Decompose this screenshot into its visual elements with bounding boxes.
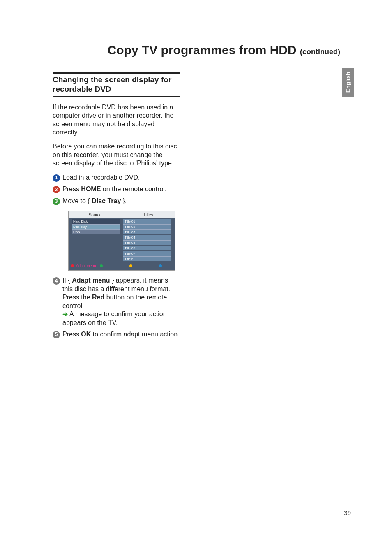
crop-mark — [359, 12, 359, 29]
figure-header-titles: Titles — [122, 211, 175, 218]
figure-title-row: Title 02 — [123, 224, 171, 229]
crop-mark — [16, 29, 33, 29]
yellow-dot-icon — [129, 264, 132, 267]
steps-list: 1 Load in a recordable DVD. 2 Press HOME… — [53, 174, 180, 339]
screen-figure: Source Titles Hard Disk Disc Tray USB — [68, 211, 175, 271]
page-title-continued: (continued) — [300, 48, 340, 56]
step-text: Press OK to confirm adapt menu action. — [62, 330, 180, 338]
step-text-part: Press — [62, 331, 81, 338]
figure-header: Source Titles — [69, 211, 175, 218]
step-text-part: to confirm adapt menu action. — [91, 331, 179, 338]
figure-footer: Adapt menu — [69, 262, 175, 270]
paragraph: If the recordable DVD has been used in a… — [53, 103, 180, 137]
step-text-part: If { — [62, 277, 72, 284]
figure-source-row — [72, 235, 120, 239]
step-3: 3 Move to { Disc Tray }. — [53, 197, 180, 205]
figure-body: Hard Disk Disc Tray USB Title 01 Title 0… — [69, 218, 175, 262]
step-number-icon: 2 — [53, 186, 60, 193]
crop-mark — [359, 525, 376, 525]
step-5: 5 Press OK to confirm adapt menu action. — [53, 330, 180, 338]
figure-title-row: Title 05 — [123, 240, 171, 245]
language-tab: English — [342, 68, 354, 97]
section-rule — [53, 72, 180, 74]
section-rule — [53, 96, 180, 97]
step-text-bold: Disc Tray — [92, 197, 121, 204]
green-dot-icon — [100, 264, 103, 267]
blue-dot-icon — [159, 264, 162, 267]
figure-title-row: Title 07 — [123, 251, 171, 256]
step-1: 1 Load in a recordable DVD. — [53, 174, 180, 182]
arrow-icon: ➜ — [62, 311, 68, 318]
step-number-icon: 5 — [53, 331, 60, 338]
figure-source-row — [72, 255, 120, 259]
red-dot-icon — [71, 264, 74, 267]
step-text-bold: HOME — [81, 185, 101, 192]
left-column: Changing the screen display for recordab… — [53, 72, 180, 339]
crop-mark — [33, 12, 33, 29]
page-content: Copy TV programmes from HDD (continued) … — [53, 43, 340, 339]
step-number-icon: 4 — [53, 277, 60, 285]
figure-title-row: Title 06 — [123, 246, 171, 250]
crop-mark — [359, 29, 376, 29]
language-tab-label: English — [345, 72, 351, 93]
figure-titles-col: Title 01 Title 02 Title 03 Title 04 Titl… — [123, 219, 171, 261]
figure-title-row: Title 03 — [123, 229, 171, 234]
figure-footer-label: Adapt menu — [76, 264, 96, 268]
step-text-part: Load in a recordable DVD. — [62, 174, 140, 181]
step-text: Press HOME on the remote control. — [62, 185, 180, 193]
step-text-part: Move to { — [62, 197, 92, 204]
figure-title-row: Title 01 — [123, 219, 171, 224]
paragraph: Before you can make recording to this di… — [53, 142, 180, 167]
step-sub-text: A message to confirm your action appears… — [62, 311, 167, 326]
figure-source-row: Hard Disk — [72, 219, 120, 224]
step-text-part: }. — [121, 197, 127, 204]
figure-title-row: Title 04 — [123, 235, 171, 240]
figure-source-row-selected: Disc Tray — [72, 224, 120, 229]
step-text: If { Adapt menu } appears, it means this… — [62, 276, 180, 327]
crop-mark — [16, 525, 33, 525]
step-number-icon: 1 — [53, 174, 60, 182]
figure-header-source: Source — [69, 211, 122, 218]
page-number: 39 — [344, 509, 351, 516]
section-heading: Changing the screen display for recordab… — [53, 75, 180, 94]
figure-source-row — [72, 250, 120, 254]
crop-mark — [359, 525, 359, 542]
step-4: 4 If { Adapt menu } appears, it means th… — [53, 276, 180, 327]
figure-source-row: USB — [72, 229, 120, 234]
step-text: Load in a recordable DVD. — [62, 174, 180, 182]
step-text-part: Press — [62, 185, 81, 192]
page-title: Copy TV programmes from HDD (continued) — [53, 43, 340, 60]
step-number-icon: 3 — [53, 198, 60, 205]
step-text: Move to { Disc Tray }. — [62, 197, 180, 205]
step-text-bold: OK — [81, 331, 91, 338]
figure-title-row: Title n — [123, 256, 171, 261]
figure-source-row — [72, 240, 120, 244]
step-text-part: on the remote control. — [101, 185, 166, 192]
step-text-bold: Adapt menu — [72, 277, 110, 284]
page-title-main: Copy TV programmes from HDD — [108, 43, 297, 57]
figure-source-row — [72, 245, 120, 249]
figure-source-col: Hard Disk Disc Tray USB — [72, 219, 120, 261]
crop-mark — [33, 525, 33, 542]
step-text-bold: Red — [92, 294, 104, 301]
step-2: 2 Press HOME on the remote control. — [53, 185, 180, 193]
